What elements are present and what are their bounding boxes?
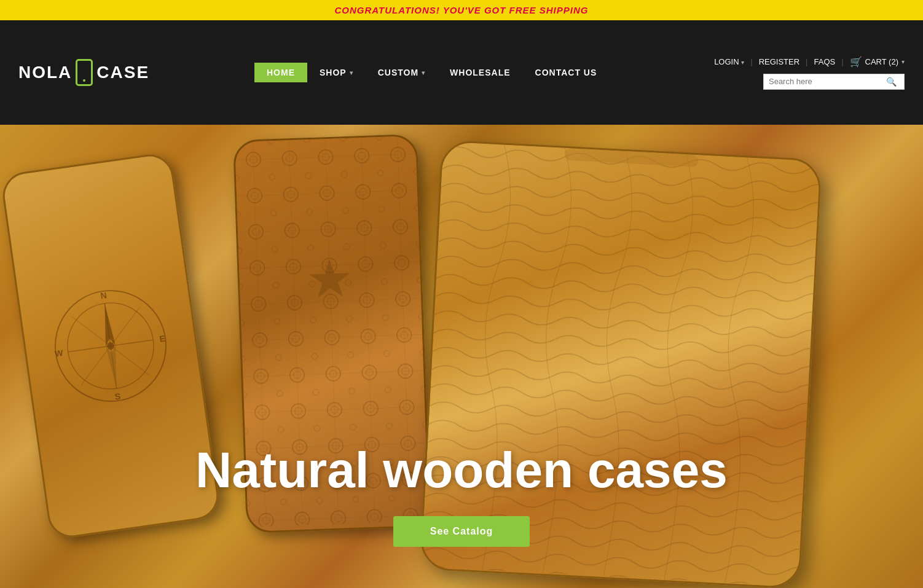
logo[interactable]: NOLA CASE xyxy=(18,59,149,86)
register-link[interactable]: REGISTER xyxy=(759,57,799,66)
svg-text:W: W xyxy=(54,348,64,359)
main-nav: HOME SHOP ▾ CUSTOM ▾ WHOLESALE CONTACT U… xyxy=(254,63,609,82)
faqs-link[interactable]: FAQS xyxy=(814,57,835,66)
nav-custom[interactable]: CUSTOM ▾ xyxy=(366,63,438,82)
cart-link[interactable]: 🛒 CART (2) ▾ xyxy=(850,56,905,68)
cart-icon: 🛒 xyxy=(850,56,862,68)
svg-text:N: N xyxy=(100,290,107,300)
link-divider: | xyxy=(750,57,752,66)
cart-dropdown-arrow: ▾ xyxy=(901,58,905,65)
search-input[interactable] xyxy=(769,77,884,86)
logo-part2: CASE xyxy=(96,63,149,82)
link-divider-2: | xyxy=(806,57,807,66)
hero-section: N S E W xyxy=(0,125,923,588)
svg-text:S: S xyxy=(114,391,121,402)
promo-banner: CONGRATULATIONS! YOU'VE GOT FREE SHIPPIN… xyxy=(0,0,923,20)
login-dropdown-arrow: ▾ xyxy=(741,59,744,66)
nav-wholesale[interactable]: WHOLESALE xyxy=(438,63,522,82)
custom-dropdown-arrow: ▾ xyxy=(422,69,425,76)
logo-text: NOLA CASE xyxy=(18,59,149,86)
logo-phone-icon xyxy=(76,59,93,86)
promo-text: CONGRATULATIONS! YOU'VE GOT FREE SHIPPIN… xyxy=(335,5,589,15)
search-box: 🔍 xyxy=(763,74,905,90)
svg-marker-10 xyxy=(100,303,116,347)
svg-marker-11 xyxy=(106,345,122,390)
nav-home[interactable]: HOME xyxy=(254,63,307,82)
hero-text-area: Natural wooden cases See Catalog xyxy=(0,442,923,547)
nav-shop[interactable]: SHOP ▾ xyxy=(307,63,366,82)
hero-title: Natural wooden cases xyxy=(0,442,923,498)
search-icon: 🔍 xyxy=(886,77,897,87)
compass-icon: N S E W xyxy=(41,276,180,415)
see-catalog-button[interactable]: See Catalog xyxy=(393,516,530,547)
site-header: NOLA CASE HOME SHOP ▾ CUSTOM ▾ WHOLESALE… xyxy=(0,20,923,125)
login-link[interactable]: LOGIN ▾ xyxy=(714,57,744,66)
header-right: LOGIN ▾ | REGISTER | FAQS | 🛒 CART (2) ▾… xyxy=(714,56,905,90)
link-divider-3: | xyxy=(841,57,843,66)
header-top-links: LOGIN ▾ | REGISTER | FAQS | 🛒 CART (2) ▾ xyxy=(714,56,905,68)
shop-dropdown-arrow: ▾ xyxy=(350,69,353,76)
logo-part1: NOLA xyxy=(18,63,72,82)
search-button[interactable]: 🔍 xyxy=(884,77,899,87)
nav-contact[interactable]: CONTACT US xyxy=(523,63,610,82)
